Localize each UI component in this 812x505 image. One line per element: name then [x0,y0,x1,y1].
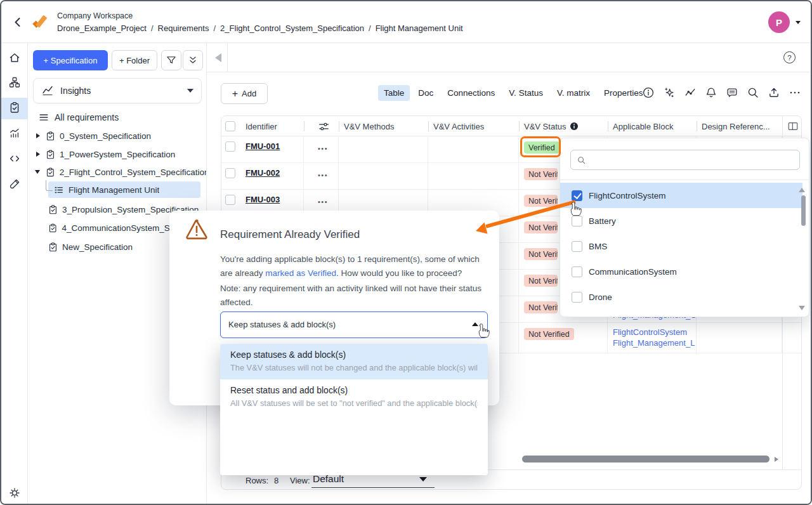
block-option-drone[interactable]: Drone [560,284,802,310]
user-avatar[interactable]: P [768,11,790,33]
requirements-icon[interactable] [8,102,21,114]
caret-down-icon [419,477,427,482]
search-icon[interactable] [747,86,759,99]
col-applicable-block[interactable]: Applicable Block [608,116,697,136]
hamburger-icon [38,112,49,123]
tree-item-0-system-spec[interactable]: 0_System_Specification [28,128,207,144]
col-vv-methods[interactable]: V&V Methods [339,116,428,136]
row-checkbox[interactable] [225,168,235,178]
requirement-id-link[interactable]: FMU-002 [246,168,280,178]
info-icon[interactable] [642,86,655,99]
requirement-id-link[interactable]: FMU-001 [246,141,280,151]
add-folder-button[interactable]: + Folder [112,50,157,70]
all-requirements-item[interactable]: All requirements [28,109,207,126]
tab-properties[interactable]: Properties [598,85,649,101]
sparkles-icon[interactable] [663,86,676,99]
block-option-battery[interactable]: Battery [560,208,802,233]
spec-clipboard-icon [46,167,55,177]
checkbox[interactable] [572,216,582,226]
breadcrumb-item[interactable]: Requirements [158,23,209,33]
col-identifier[interactable]: Identifier [240,116,304,136]
block-option-flightcontrolsystem[interactable]: FlightControlSystem [560,183,802,208]
option-reset-status[interactable]: Reset status and add block(s) All V&V st… [220,379,488,415]
tree-item-1-powersystem-spec[interactable]: 1_PowerSystem_Specification [28,146,207,162]
col-vv-status[interactable]: V&V Status [519,116,608,136]
checkbox[interactable] [572,292,582,303]
marked-as-verified-link[interactable]: marked as Verified [265,268,336,278]
breadcrumb: Drone_Example_Project/Requirements/2_Fli… [57,23,463,33]
comment-icon[interactable] [726,86,738,99]
block-search-input[interactable] [590,151,796,169]
caret-right-icon[interactable] [36,152,40,157]
home-icon[interactable] [8,51,21,64]
block-option-communicationsystem[interactable]: CommunicationSystem [560,259,802,284]
applicable-block-link[interactable]: Flight_Management_L [613,338,695,348]
select-all-checkbox[interactable] [225,121,235,131]
tab-table[interactable]: Table [378,85,410,101]
top-strip: ? [207,43,811,72]
breadcrumb-item[interactable]: Drone_Example_Project [57,23,147,33]
collapse-panel-icon[interactable] [215,53,221,62]
toolbar-icons [642,86,801,99]
insights-dropdown[interactable]: Insights [33,78,202,103]
scroll-right-icon[interactable] [775,457,778,462]
col-design-reference[interactable]: Design Referenc... [697,116,782,136]
row-actions-button[interactable]: ••• [318,171,328,179]
checkbox[interactable] [572,266,582,277]
test-tube-icon[interactable] [8,178,21,190]
filter-button[interactable] [161,50,181,70]
column-filter-icon[interactable] [304,116,339,136]
checkbox-checked[interactable] [572,190,582,201]
chart-icon[interactable] [684,86,697,99]
block-option-bms[interactable]: BMS [560,233,802,259]
tree-item-2-flight-control-spec[interactable]: 2_Flight_Control_System_Specification [28,164,207,180]
horizontal-scrollbar[interactable] [522,456,769,462]
upload-icon[interactable] [768,86,780,99]
double-chevron-down-icon [187,55,199,66]
col-vv-activities[interactable]: V&V Activities [428,116,519,136]
add-requirement-button[interactable]: +Add [221,83,268,104]
row-checkbox[interactable] [225,141,235,152]
spec-clipboard-icon [46,150,55,159]
chevron-down-icon [187,89,193,93]
row-checkbox[interactable] [225,195,235,205]
scroll-up-icon[interactable] [799,188,805,192]
bell-icon[interactable] [705,86,717,99]
tab-doc[interactable]: Doc [412,85,439,101]
avatar-menu-caret-icon[interactable] [796,21,801,24]
manage-columns-icon[interactable] [782,116,802,136]
option-keep-statuses[interactable]: Keep statuses & add block(s) The V&V sta… [220,344,488,379]
tab-v-status[interactable]: V. Status [503,85,549,101]
status-badge: Not Verified [524,328,574,340]
caret-down-icon[interactable] [35,170,40,174]
add-specification-button[interactable]: + Specification [33,50,108,70]
scroll-down-icon[interactable] [799,306,805,310]
product-tree-icon[interactable] [8,76,21,89]
code-icon[interactable] [8,152,21,165]
tree-item-flight-management-unit[interactable]: Flight Management Unit [28,181,207,198]
applicable-block-link[interactable]: FlightControlSystem [613,327,695,338]
breadcrumb-item[interactable]: Flight Management Unit [376,23,463,33]
caret-up-icon [472,322,478,326]
checkbox[interactable] [572,241,582,252]
more-icon[interactable] [789,86,801,99]
caret-right-icon[interactable] [36,133,40,138]
collapse-all-button[interactable] [183,50,203,70]
status-info-icon[interactable] [570,122,579,131]
block-options-list: FlightControlSystem Battery BMS Communic… [560,183,802,310]
breadcrumb-item[interactable]: 2_Flight_Control_System_Specification [220,23,364,33]
row-actions-button[interactable]: ••• [318,145,328,152]
tab-v-matrix[interactable]: V. matrix [551,85,596,101]
help-button[interactable]: ? [783,51,796,63]
divider [560,180,809,180]
tab-connections[interactable]: Connections [442,85,501,101]
row-actions-button[interactable]: ••• [318,198,328,206]
vertical-scrollbar[interactable] [801,195,806,226]
requirement-id-link[interactable]: FMU-003 [246,195,280,204]
back-button[interactable] [11,16,24,29]
proceed-option-select[interactable]: Keep statuses & add block(s) [220,312,488,338]
block-search-box[interactable] [570,150,800,170]
analytics-icon[interactable] [8,127,21,140]
settings-icon[interactable] [8,487,21,499]
search-icon [577,155,586,165]
